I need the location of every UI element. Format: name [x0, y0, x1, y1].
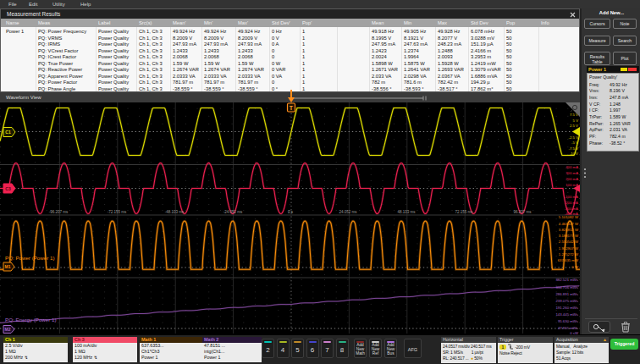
svg-text:-300 mA: -300 mA: [565, 207, 578, 211]
svg-text:M2: M2: [5, 327, 11, 332]
svg-text:334.706 mWs: 334.706 mWs: [555, 285, 578, 290]
svg-text:-200 mA: -200 mA: [565, 201, 578, 205]
svg-text:191.260 mWs: 191.260 mWs: [555, 306, 578, 310]
svg-text:96.207 ms: 96.207 ms: [513, 210, 532, 214]
svg-text:200 mA: 200 mA: [566, 177, 578, 181]
svg-text:0 s: 0 s: [288, 210, 294, 214]
svg-text:2.550542 W: 2.550542 W: [559, 240, 579, 244]
svg-text:M1: M1: [5, 264, 11, 269]
svg-text:PQ: Power (Power 1): PQ: Power (Power 1): [5, 255, 54, 261]
svg-text:300 mA: 300 mA: [566, 171, 578, 175]
svg-text:47.815 mWs: 47.815 mWs: [558, 326, 578, 330]
svg-text:C3: C3: [5, 186, 11, 191]
svg-text:382.521 mWs: 382.521 mWs: [555, 278, 578, 282]
svg-text:T: T: [290, 105, 294, 111]
svg-text:C1: C1: [5, 130, 11, 135]
svg-text:2.5 V: 2.5 V: [570, 124, 578, 128]
svg-text:143.445 mWs: 143.445 mWs: [555, 312, 578, 317]
svg-text:-48.103 ms: -48.103 ms: [165, 210, 185, 214]
svg-text:PQ: Energy (Power 1): PQ: Energy (Power 1): [5, 317, 57, 323]
svg-text:-2.5 V: -2.5 V: [569, 135, 579, 140]
svg-text:-5 V: -5 V: [571, 141, 578, 145]
svg-text:-100 mA: -100 mA: [565, 195, 578, 199]
svg-text:-96.207 ms: -96.207 ms: [49, 210, 69, 214]
svg-text:5 V: 5 V: [573, 119, 579, 123]
svg-text:400 mA: 400 mA: [566, 165, 578, 169]
svg-text:-24.052 ms: -24.052 ms: [223, 210, 243, 214]
svg-text:-7.5 V: -7.5 V: [569, 146, 579, 151]
svg-text:24.052 ms: 24.052 ms: [339, 210, 357, 214]
svg-text:95.630 mWs: 95.630 mWs: [558, 319, 578, 323]
svg-text:-72.155 ms: -72.155 ms: [108, 210, 127, 214]
svg-text:1.275272 W: 1.275272 W: [559, 252, 579, 256]
svg-text:100 mA: 100 mA: [566, 183, 578, 187]
svg-text:4.463447 W: 4.463447 W: [559, 222, 579, 226]
svg-text:3.188177 W: 3.188177 W: [559, 234, 579, 238]
svg-text:637.635 mW: 637.635 mW: [558, 258, 579, 262]
svg-text:48.103 ms: 48.103 ms: [397, 210, 416, 214]
svg-text:-10 V: -10 V: [570, 152, 578, 156]
svg-text:3.825812 W: 3.825812 W: [559, 228, 579, 232]
svg-text:5.101082 W: 5.101082 W: [559, 215, 579, 219]
svg-text:239.075 mWs: 239.075 mWs: [555, 299, 578, 303]
svg-text:72.155 ms: 72.155 ms: [455, 210, 473, 214]
svg-text:0 W: 0 W: [571, 265, 579, 269]
svg-text:1.912907 W: 1.912907 W: [559, 246, 579, 251]
svg-text:286.891 mWs: 286.891 mWs: [555, 292, 578, 296]
